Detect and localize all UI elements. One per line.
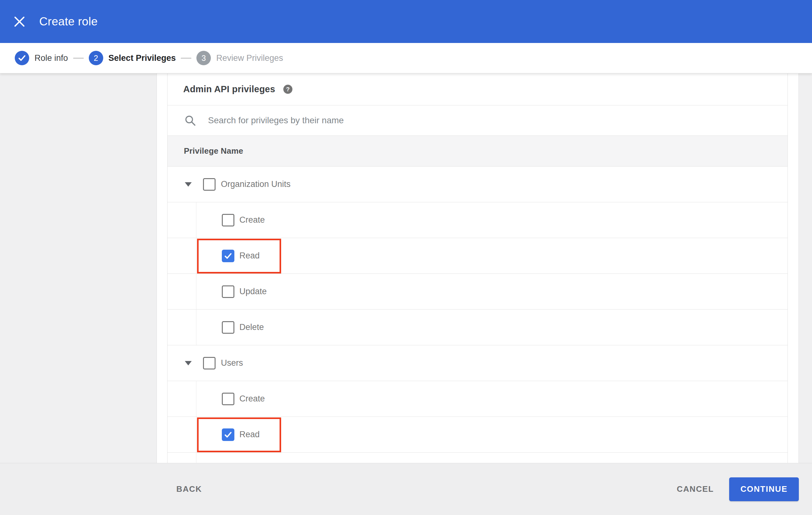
table-row-read: Read <box>168 238 787 274</box>
privilege-checkbox[interactable] <box>222 285 234 298</box>
panel-heading-row: Admin API privileges ? <box>168 73 787 105</box>
close-icon[interactable] <box>10 12 29 31</box>
help-icon[interactable]: ? <box>283 85 292 94</box>
step-connector <box>73 58 84 59</box>
appbar: Create role <box>0 0 812 43</box>
privilege-checkbox[interactable] <box>203 357 215 369</box>
search-icon <box>184 115 196 126</box>
left-gutter <box>0 73 157 463</box>
privilege-label: Delete <box>239 323 264 332</box>
highlight-box <box>197 418 281 452</box>
privilege-label: Users <box>221 358 243 368</box>
continue-button[interactable]: CONTINUE <box>729 477 799 501</box>
table-row-partial <box>168 453 787 463</box>
table-row-delete: Delete <box>168 309 787 345</box>
collapse-arrow-icon[interactable] <box>185 182 192 187</box>
privilege-checkbox[interactable] <box>222 321 234 334</box>
indent-cell <box>168 309 196 345</box>
privilege-checkbox[interactable] <box>222 393 234 405</box>
column-header-privilege-name: Privilege Name <box>184 146 243 156</box>
step-connector <box>181 58 192 59</box>
check-icon <box>18 54 26 62</box>
privilege-checkbox-checked[interactable] <box>222 250 234 262</box>
search-input[interactable] <box>208 115 787 125</box>
collapse-arrow-icon[interactable] <box>185 361 192 365</box>
privilege-checkbox-checked[interactable] <box>222 428 234 441</box>
step-number-circle: 3 <box>196 51 211 65</box>
privilege-label: Organization Units <box>221 179 291 189</box>
right-gutter <box>799 73 812 463</box>
cancel-button[interactable]: CANCEL <box>677 484 714 494</box>
step-label: Select Privileges <box>109 53 176 63</box>
indent-cell <box>168 381 196 417</box>
check-icon <box>224 430 232 439</box>
privilege-checkbox[interactable] <box>222 214 234 226</box>
step-role-info[interactable]: Role info <box>15 51 68 65</box>
table-row-read-users: Read <box>168 417 787 453</box>
indent-cell <box>168 274 196 309</box>
table-row-create-users: Create <box>168 381 787 417</box>
check-icon <box>224 251 232 260</box>
step-done-circle <box>15 51 29 65</box>
indent-cell <box>168 417 196 452</box>
step-label: Review Privileges <box>216 53 283 63</box>
footer-action-bar: BACK CANCEL CONTINUE <box>0 463 812 515</box>
indent-cell <box>168 238 196 273</box>
indent-cell <box>168 202 196 238</box>
highlight-box <box>197 239 281 273</box>
content-area: Admin API privileges ? Privilege Name Or… <box>0 73 812 463</box>
privilege-label: Update <box>239 287 267 296</box>
table-header: Privilege Name <box>168 136 787 166</box>
privilege-label: Read <box>239 430 260 440</box>
back-button[interactable]: BACK <box>176 484 202 494</box>
indent-cell <box>168 453 196 463</box>
privilege-label: Read <box>239 251 260 261</box>
table-row-organization-units: Organization Units <box>168 166 787 202</box>
table-row-update: Update <box>168 274 787 309</box>
search-bar <box>168 105 787 136</box>
panel-heading: Admin API privileges <box>183 84 275 94</box>
wizard-stepper: Role info 2 Select Privileges 3 Review P… <box>0 43 812 73</box>
privilege-label: Create <box>239 394 265 404</box>
step-select-privileges[interactable]: 2 Select Privileges <box>89 51 176 65</box>
step-review-privileges[interactable]: 3 Review Privileges <box>196 51 283 65</box>
step-label: Role info <box>34 53 68 63</box>
privilege-label: Create <box>239 215 265 225</box>
privilege-checkbox[interactable] <box>203 178 215 191</box>
step-number-circle: 2 <box>89 51 103 65</box>
table-row-create: Create <box>168 202 787 238</box>
page-title: Create role <box>39 15 97 28</box>
table-row-users: Users <box>168 345 787 381</box>
x-close-icon <box>14 16 25 27</box>
privileges-panel: Admin API privileges ? Privilege Name Or… <box>167 73 788 463</box>
